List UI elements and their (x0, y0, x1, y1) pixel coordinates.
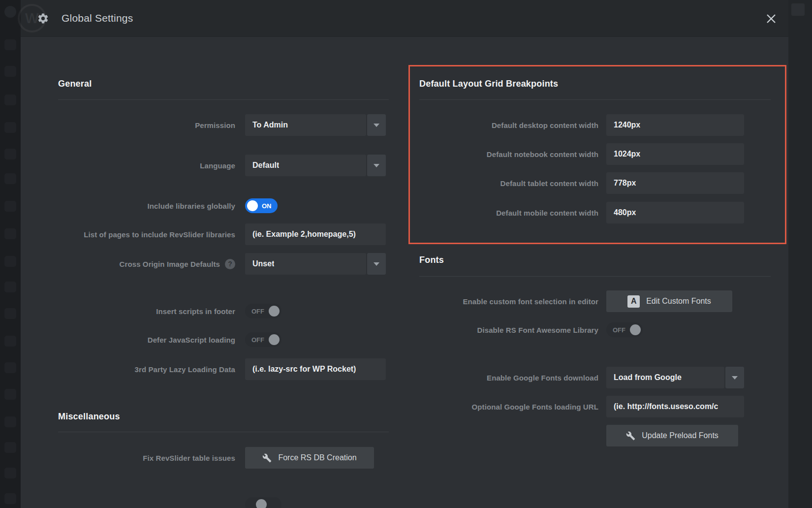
section-heading-miscellaneous: Miscellaneous (58, 412, 120, 422)
tablet-width-input[interactable]: 778px (606, 172, 744, 194)
mobile-width-label: Default mobile content width (419, 209, 598, 217)
lazy-loading-input[interactable]: (i.e. lazy-src for WP Rocket) (245, 358, 386, 380)
wp-logo-icon (4, 6, 16, 18)
wrench-icon (262, 453, 272, 463)
pages-list-input[interactable]: (ie. Example 2,homepage,5) (245, 223, 386, 245)
wp-menu-icon (4, 308, 16, 319)
row-cross-origin: Cross Origin Image Defaults ? Unset (58, 253, 389, 275)
update-preload-fonts-button[interactable]: Update Preload Fonts (606, 425, 738, 446)
mobile-width-value: 480px (614, 208, 636, 217)
language-select[interactable]: Default (245, 155, 386, 176)
edit-custom-fonts-button[interactable]: A Edit Custom Fonts (606, 290, 732, 312)
wp-menu-icon (4, 468, 16, 478)
toggle-state: ON (262, 202, 272, 210)
google-url-input[interactable]: (ie. http://fonts.useso.com/c (606, 396, 744, 417)
wp-menu-icon (4, 66, 16, 77)
wp-menu-icon (4, 39, 16, 50)
desktop-width-input[interactable]: 1240px (606, 114, 744, 136)
font-a-icon: A (627, 295, 640, 308)
custom-fonts-label: Enable custom font selection in editor (419, 297, 598, 306)
lazy-loading-label: 3rd Party Lazy Loading Data (58, 365, 235, 374)
cross-origin-value: Unset (252, 259, 274, 268)
gear-icon (37, 12, 49, 25)
toggle-state: OFF (251, 336, 264, 344)
wp-menu-icon (4, 416, 16, 427)
section-heading-fonts: Fonts (419, 255, 444, 265)
caret-down-icon[interactable] (725, 367, 744, 388)
row-lazy-loading: 3rd Party Lazy Loading Data (i.e. lazy-s… (58, 358, 389, 380)
admin-bar-badge (791, 3, 805, 16)
toggle-knob (256, 499, 267, 508)
include-libraries-toggle[interactable]: ON (245, 198, 278, 213)
wrench-icon (626, 431, 635, 441)
pages-list-placeholder: (ie. Example 2,homepage,5) (252, 230, 356, 239)
permission-value: To Admin (252, 121, 288, 129)
caret-down-icon[interactable] (367, 253, 386, 275)
divider (58, 432, 389, 432)
wp-menu-icon (4, 122, 16, 133)
google-download-select[interactable]: Load from Google (606, 367, 744, 388)
row-mobile-width: Default mobile content width 480px (419, 202, 771, 223)
defer-js-toggle[interactable]: OFF (245, 332, 281, 347)
row-tablet-width: Default tablet content width 778px (419, 172, 771, 194)
row-defer-js: Defer JavaScript loading OFF (58, 329, 389, 350)
desktop-width-value: 1240px (614, 121, 640, 129)
google-url-label: Optional Google Fonts loading URL (419, 403, 598, 411)
toggle-knob (269, 334, 280, 345)
defer-js-label: Defer JavaScript loading (58, 336, 235, 344)
row-fix-tables: Fix RevSlider table issues Force RS DB C… (58, 447, 389, 469)
wp-menu-icon (4, 228, 16, 239)
mobile-width-input[interactable]: 480px (606, 202, 744, 223)
clipped-toggle[interactable] (245, 497, 281, 508)
language-label: Language (58, 161, 235, 170)
lazy-loading-placeholder: (i.e. lazy-src for WP Rocket) (252, 365, 356, 374)
force-rs-db-creation-button[interactable]: Force RS DB Creation (245, 447, 374, 469)
insert-scripts-toggle[interactable]: OFF (245, 304, 281, 318)
wp-menu-icon (4, 282, 16, 292)
include-libraries-label: Include libraries globally (58, 202, 235, 210)
force-rs-db-creation-label: Force RS DB Creation (278, 453, 356, 462)
font-awesome-label: Disable RS Font Awesome Library (419, 326, 598, 334)
divider (419, 99, 771, 100)
update-preload-fonts-label: Update Preload Fonts (642, 431, 718, 440)
wp-menu-icon (4, 256, 16, 267)
toggle-knob (269, 306, 280, 317)
row-notebook-width: Default notebook content width 1024px (419, 143, 771, 165)
wp-menu-icon (4, 389, 16, 400)
toggle-state: OFF (613, 326, 625, 334)
wp-menu-icon (4, 173, 16, 184)
caret-down-icon[interactable] (367, 155, 386, 176)
row-google-url: Optional Google Fonts loading URL (ie. h… (419, 396, 771, 417)
row-font-awesome: Disable RS Font Awesome Library OFF (419, 319, 771, 341)
permission-select[interactable]: To Admin (245, 114, 386, 136)
cross-origin-label: Cross Origin Image Defaults (120, 260, 220, 268)
close-icon[interactable] (764, 12, 778, 26)
notebook-width-label: Default notebook content width (419, 150, 598, 159)
wp-admin-sidebar (0, 0, 21, 508)
wp-menu-icon (4, 336, 16, 347)
row-pages-list: List of pages to include RevSlider libra… (58, 223, 389, 245)
language-value: Default (252, 161, 279, 170)
notebook-width-value: 1024px (614, 150, 640, 159)
font-awesome-toggle[interactable]: OFF (606, 322, 643, 337)
notebook-width-input[interactable]: 1024px (606, 143, 744, 165)
toggle-knob (247, 200, 258, 211)
cross-origin-select[interactable]: Unset (245, 253, 386, 275)
section-heading-general: General (58, 79, 92, 89)
google-download-label: Enable Google Fonts download (419, 374, 598, 382)
desktop-width-label: Default desktop content width (419, 121, 598, 129)
row-permission: Permission To Admin (58, 114, 389, 136)
divider (58, 99, 389, 100)
row-custom-fonts: Enable custom font selection in editor A… (419, 290, 771, 312)
page-title: Global Settings (62, 12, 133, 24)
wp-menu-icon (4, 95, 16, 105)
toggle-knob (630, 324, 641, 335)
tablet-width-value: 778px (614, 179, 636, 188)
help-icon[interactable]: ? (225, 259, 235, 269)
divider (419, 276, 771, 277)
row-insert-scripts: Insert scripts in footer OFF (58, 300, 389, 322)
wp-menu-icon (4, 362, 16, 373)
caret-down-icon[interactable] (367, 114, 386, 136)
row-language: Language Default (58, 155, 389, 176)
global-settings-modal: W Global Settings General Permission To … (21, 0, 788, 508)
